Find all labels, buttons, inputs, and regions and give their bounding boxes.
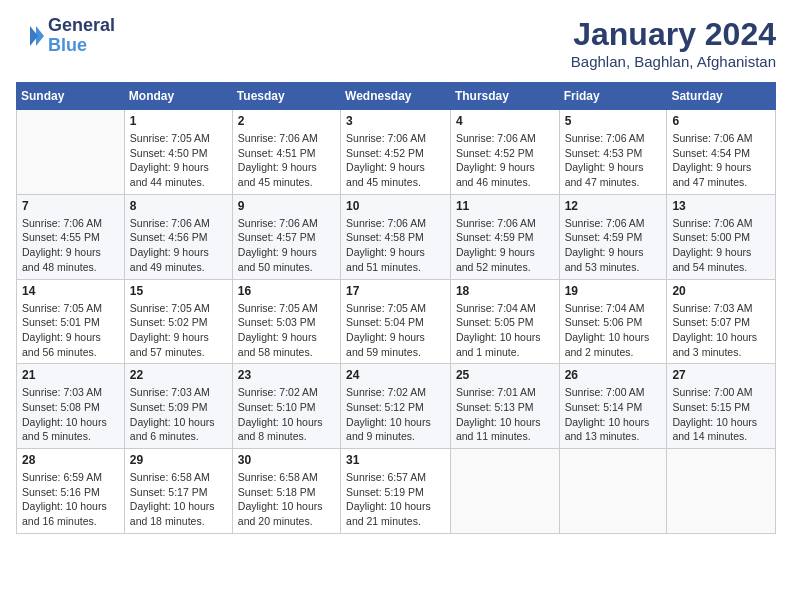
calendar-cell: 29Sunrise: 6:58 AM Sunset: 5:17 PM Dayli… [124,449,232,534]
day-number: 21 [22,368,119,382]
calendar-week-3: 21Sunrise: 7:03 AM Sunset: 5:08 PM Dayli… [17,364,776,449]
day-number: 3 [346,114,445,128]
calendar-body: 1Sunrise: 7:05 AM Sunset: 4:50 PM Daylig… [17,110,776,534]
day-number: 6 [672,114,770,128]
day-info: Sunrise: 7:06 AM Sunset: 4:52 PM Dayligh… [346,131,445,190]
logo: General Blue [16,16,115,56]
day-info: Sunrise: 7:02 AM Sunset: 5:12 PM Dayligh… [346,385,445,444]
calendar-cell: 14Sunrise: 7:05 AM Sunset: 5:01 PM Dayli… [17,279,125,364]
calendar-cell: 1Sunrise: 7:05 AM Sunset: 4:50 PM Daylig… [124,110,232,195]
day-number: 18 [456,284,554,298]
title-block: January 2024 Baghlan, Baghlan, Afghanist… [571,16,776,70]
day-number: 28 [22,453,119,467]
day-info: Sunrise: 7:06 AM Sunset: 4:59 PM Dayligh… [456,216,554,275]
calendar-cell: 26Sunrise: 7:00 AM Sunset: 5:14 PM Dayli… [559,364,667,449]
day-info: Sunrise: 7:06 AM Sunset: 4:52 PM Dayligh… [456,131,554,190]
day-number: 22 [130,368,227,382]
calendar-cell: 7Sunrise: 7:06 AM Sunset: 4:55 PM Daylig… [17,194,125,279]
day-info: Sunrise: 7:06 AM Sunset: 4:56 PM Dayligh… [130,216,227,275]
day-info: Sunrise: 7:03 AM Sunset: 5:08 PM Dayligh… [22,385,119,444]
calendar-cell: 3Sunrise: 7:06 AM Sunset: 4:52 PM Daylig… [341,110,451,195]
day-info: Sunrise: 7:06 AM Sunset: 4:58 PM Dayligh… [346,216,445,275]
day-info: Sunrise: 7:05 AM Sunset: 5:04 PM Dayligh… [346,301,445,360]
day-number: 19 [565,284,662,298]
weekday-header-thursday: Thursday [450,83,559,110]
day-number: 2 [238,114,335,128]
day-info: Sunrise: 7:00 AM Sunset: 5:15 PM Dayligh… [672,385,770,444]
calendar-cell: 10Sunrise: 7:06 AM Sunset: 4:58 PM Dayli… [341,194,451,279]
weekday-header-wednesday: Wednesday [341,83,451,110]
day-number: 7 [22,199,119,213]
day-number: 30 [238,453,335,467]
calendar-cell: 9Sunrise: 7:06 AM Sunset: 4:57 PM Daylig… [232,194,340,279]
day-number: 12 [565,199,662,213]
month-title: January 2024 [571,16,776,53]
day-info: Sunrise: 7:04 AM Sunset: 5:05 PM Dayligh… [456,301,554,360]
day-info: Sunrise: 7:01 AM Sunset: 5:13 PM Dayligh… [456,385,554,444]
calendar-week-4: 28Sunrise: 6:59 AM Sunset: 5:16 PM Dayli… [17,449,776,534]
day-info: Sunrise: 7:05 AM Sunset: 5:03 PM Dayligh… [238,301,335,360]
calendar-cell: 23Sunrise: 7:02 AM Sunset: 5:10 PM Dayli… [232,364,340,449]
day-info: Sunrise: 6:59 AM Sunset: 5:16 PM Dayligh… [22,470,119,529]
day-number: 16 [238,284,335,298]
calendar-cell: 2Sunrise: 7:06 AM Sunset: 4:51 PM Daylig… [232,110,340,195]
calendar-header: SundayMondayTuesdayWednesdayThursdayFrid… [17,83,776,110]
calendar-cell: 12Sunrise: 7:06 AM Sunset: 4:59 PM Dayli… [559,194,667,279]
calendar-cell: 5Sunrise: 7:06 AM Sunset: 4:53 PM Daylig… [559,110,667,195]
day-number: 29 [130,453,227,467]
calendar-table: SundayMondayTuesdayWednesdayThursdayFrid… [16,82,776,534]
day-info: Sunrise: 6:58 AM Sunset: 5:18 PM Dayligh… [238,470,335,529]
day-number: 14 [22,284,119,298]
calendar-cell: 30Sunrise: 6:58 AM Sunset: 5:18 PM Dayli… [232,449,340,534]
day-info: Sunrise: 7:06 AM Sunset: 4:53 PM Dayligh… [565,131,662,190]
calendar-cell [559,449,667,534]
day-info: Sunrise: 6:58 AM Sunset: 5:17 PM Dayligh… [130,470,227,529]
day-number: 26 [565,368,662,382]
calendar-cell: 27Sunrise: 7:00 AM Sunset: 5:15 PM Dayli… [667,364,776,449]
day-info: Sunrise: 7:00 AM Sunset: 5:14 PM Dayligh… [565,385,662,444]
calendar-cell: 25Sunrise: 7:01 AM Sunset: 5:13 PM Dayli… [450,364,559,449]
weekday-header-friday: Friday [559,83,667,110]
day-number: 4 [456,114,554,128]
day-number: 13 [672,199,770,213]
day-number: 9 [238,199,335,213]
day-info: Sunrise: 7:03 AM Sunset: 5:09 PM Dayligh… [130,385,227,444]
day-number: 1 [130,114,227,128]
day-info: Sunrise: 7:02 AM Sunset: 5:10 PM Dayligh… [238,385,335,444]
calendar-week-1: 7Sunrise: 7:06 AM Sunset: 4:55 PM Daylig… [17,194,776,279]
day-number: 20 [672,284,770,298]
calendar-cell: 31Sunrise: 6:57 AM Sunset: 5:19 PM Dayli… [341,449,451,534]
day-info: Sunrise: 7:05 AM Sunset: 4:50 PM Dayligh… [130,131,227,190]
day-info: Sunrise: 7:05 AM Sunset: 5:02 PM Dayligh… [130,301,227,360]
calendar-week-2: 14Sunrise: 7:05 AM Sunset: 5:01 PM Dayli… [17,279,776,364]
calendar-cell: 22Sunrise: 7:03 AM Sunset: 5:09 PM Dayli… [124,364,232,449]
calendar-cell: 16Sunrise: 7:05 AM Sunset: 5:03 PM Dayli… [232,279,340,364]
day-info: Sunrise: 7:03 AM Sunset: 5:07 PM Dayligh… [672,301,770,360]
calendar-cell: 11Sunrise: 7:06 AM Sunset: 4:59 PM Dayli… [450,194,559,279]
calendar-week-0: 1Sunrise: 7:05 AM Sunset: 4:50 PM Daylig… [17,110,776,195]
location-title: Baghlan, Baghlan, Afghanistan [571,53,776,70]
day-number: 10 [346,199,445,213]
calendar-cell: 4Sunrise: 7:06 AM Sunset: 4:52 PM Daylig… [450,110,559,195]
calendar-cell: 6Sunrise: 7:06 AM Sunset: 4:54 PM Daylig… [667,110,776,195]
day-info: Sunrise: 7:06 AM Sunset: 5:00 PM Dayligh… [672,216,770,275]
day-info: Sunrise: 7:06 AM Sunset: 4:55 PM Dayligh… [22,216,119,275]
day-info: Sunrise: 7:06 AM Sunset: 4:51 PM Dayligh… [238,131,335,190]
calendar-cell: 21Sunrise: 7:03 AM Sunset: 5:08 PM Dayli… [17,364,125,449]
calendar-cell: 15Sunrise: 7:05 AM Sunset: 5:02 PM Dayli… [124,279,232,364]
calendar-cell: 18Sunrise: 7:04 AM Sunset: 5:05 PM Dayli… [450,279,559,364]
weekday-header-sunday: Sunday [17,83,125,110]
calendar-cell [17,110,125,195]
calendar-cell: 28Sunrise: 6:59 AM Sunset: 5:16 PM Dayli… [17,449,125,534]
day-number: 15 [130,284,227,298]
calendar-cell: 20Sunrise: 7:03 AM Sunset: 5:07 PM Dayli… [667,279,776,364]
day-number: 5 [565,114,662,128]
weekday-header-tuesday: Tuesday [232,83,340,110]
day-number: 8 [130,199,227,213]
weekday-header-saturday: Saturday [667,83,776,110]
calendar-cell [667,449,776,534]
day-number: 31 [346,453,445,467]
day-number: 23 [238,368,335,382]
calendar-cell: 13Sunrise: 7:06 AM Sunset: 5:00 PM Dayli… [667,194,776,279]
weekday-header-row: SundayMondayTuesdayWednesdayThursdayFrid… [17,83,776,110]
